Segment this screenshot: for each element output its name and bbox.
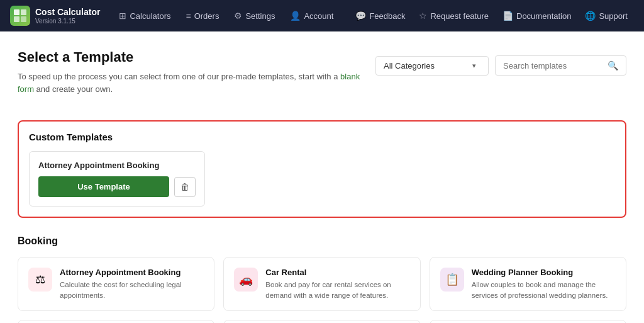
custom-templates-section: Custom Templates Attorney Appointment Bo…: [18, 120, 626, 218]
nav-item-settings[interactable]: ⚙ Settings: [228, 7, 281, 25]
app-name: Cost Calculator: [35, 7, 100, 18]
template-name: Car Rental: [265, 268, 409, 277]
svg-rect-0: [14, 9, 19, 15]
use-template-button[interactable]: Use Template: [38, 176, 169, 197]
account-icon: 👤: [290, 11, 301, 21]
booking-section: Booking ⚖ Attorney Appointment Booking C…: [18, 235, 626, 323]
header-controls: All Categories ▾ 🔍: [375, 55, 626, 76]
nav-label-feedback: Feedback: [369, 11, 405, 21]
template-name: Wedding Planner Booking: [472, 268, 616, 277]
nav-label-calculators: Calculators: [130, 11, 170, 21]
booking-section-title: Booking: [18, 235, 626, 247]
template-icon: 🚗: [239, 273, 253, 286]
subtitle-text-start: To speed up the process you can select f…: [18, 72, 340, 81]
nav-item-support[interactable]: 🌐 Support: [579, 7, 634, 25]
svg-rect-1: [21, 9, 26, 15]
nav-label-settings: Settings: [245, 11, 275, 21]
template-icon-wrap: 📋: [440, 268, 464, 292]
nav-label-request: Request feature: [430, 11, 489, 21]
template-card[interactable]: 📋 Wedding Planner Booking Allow couples …: [430, 257, 626, 311]
svg-rect-3: [21, 16, 26, 22]
navbar: Cost Calculator Version 3.1.15 ⊞ Calcula…: [0, 0, 644, 31]
nav-item-account[interactable]: 👤 Account: [284, 7, 340, 25]
nav-item-request-feature[interactable]: ☆ Request feature: [413, 7, 495, 25]
template-card[interactable]: ⚖ Attorney Appointment Booking Calculate…: [18, 257, 214, 311]
booking-template-grid: ⚖ Attorney Appointment Booking Calculate…: [18, 257, 626, 323]
docs-icon: 📄: [502, 11, 513, 21]
category-label: All Categories: [384, 61, 435, 71]
template-card[interactable]: ✂ Interior Design Booking Give your cust…: [430, 320, 626, 323]
custom-template-actions: Use Template 🗑: [38, 176, 196, 197]
custom-template-name: Attorney Appointment Booking: [38, 161, 196, 170]
template-icon: 📋: [445, 273, 459, 286]
page-subtitle: To speed up the process you can select f…: [18, 71, 375, 95]
template-card[interactable]: 💼 Business Coaching Booking A comprehens…: [18, 320, 214, 323]
template-desc: Calculate the cost for scheduling legal …: [60, 280, 204, 300]
nav-label-support: Support: [599, 11, 628, 21]
brand: Cost Calculator Version 3.1.15: [10, 6, 100, 26]
nav-label-account: Account: [304, 11, 333, 21]
category-dropdown[interactable]: All Categories ▾: [375, 56, 489, 76]
svg-rect-2: [14, 16, 19, 22]
delete-template-button[interactable]: 🗑: [174, 177, 196, 197]
page-title: Select a Template: [18, 49, 375, 65]
subtitle-text-end: and create your own.: [34, 84, 113, 94]
nav-label-docs: Documentation: [516, 11, 571, 21]
nav-item-calculators[interactable]: ⊞ Calculators: [113, 7, 177, 25]
template-card[interactable]: 🚗 Car Rental Book and pay for car rental…: [223, 257, 420, 311]
nav-item-orders[interactable]: ≡ Orders: [180, 7, 226, 25]
search-icon: 🔍: [608, 60, 618, 71]
nav-item-documentation[interactable]: 📄 Documentation: [496, 7, 577, 25]
settings-icon: ⚙: [234, 11, 242, 21]
template-icon-wrap: 🚗: [234, 268, 258, 292]
nav-item-feedback[interactable]: 💬 Feedback: [349, 7, 411, 25]
calculators-icon: ⊞: [119, 11, 126, 21]
brand-icon: [10, 6, 30, 26]
template-desc: Allow couples to book and manage the ser…: [472, 280, 616, 300]
search-input[interactable]: [503, 61, 604, 71]
trash-icon: 🗑: [180, 182, 189, 192]
template-name: Attorney Appointment Booking: [60, 268, 204, 277]
feedback-icon: 💬: [355, 11, 366, 21]
custom-template-card: Attorney Appointment Booking Use Templat…: [29, 151, 205, 207]
app-version: Version 3.1.15: [35, 18, 100, 25]
star-icon: ☆: [419, 11, 427, 21]
template-desc: Book and pay for car rental services on …: [265, 280, 409, 300]
search-box: 🔍: [495, 55, 626, 76]
chevron-down-icon: ▾: [472, 62, 476, 70]
template-icon-wrap: ⚖: [28, 268, 52, 292]
page-header: Select a Template To speed up the proces…: [18, 49, 626, 108]
orders-icon: ≡: [186, 11, 191, 21]
template-icon: ⚖: [35, 273, 45, 286]
nav-right: 💬 Feedback ☆ Request feature 📄 Documenta…: [349, 7, 634, 25]
main-content: Select a Template To speed up the proces…: [0, 31, 644, 323]
custom-templates-title: Custom Templates: [29, 132, 615, 142]
template-card[interactable]: 🍽 Dinner Reservation Provide a dinner fo…: [223, 320, 420, 323]
nav-label-orders: Orders: [194, 11, 219, 21]
support-icon: 🌐: [585, 11, 596, 21]
